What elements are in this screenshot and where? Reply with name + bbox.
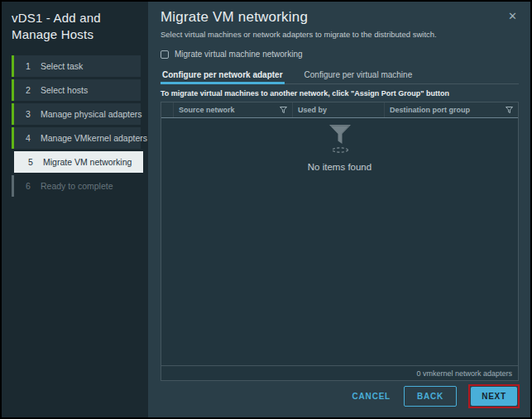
step-label: Select hosts [41, 85, 88, 95]
filter-icon[interactable] [280, 107, 287, 113]
grid-header-row: Source network Used by Destination port … [161, 102, 518, 118]
step-number: 2 [22, 85, 35, 95]
filter-icon[interactable] [506, 107, 513, 113]
grid-body: No items found [161, 118, 518, 365]
step-label: Manage physical adapters [41, 109, 142, 119]
step-ready-to-complete: 6 Ready to complete [12, 175, 141, 197]
step-label: Manage VMkernel adapters [41, 133, 147, 143]
empty-state-text: No items found [308, 162, 371, 172]
back-button[interactable]: BACK [404, 386, 457, 407]
step-select-hosts[interactable]: 2 Select hosts [12, 79, 141, 101]
step-manage-vmkernel-adapters[interactable]: 4 Manage VMkernel adapters [12, 127, 141, 149]
wizard-steps: 1 Select task 2 Select hosts 3 Manage ph… [12, 55, 148, 197]
step-number: 1 [22, 61, 35, 71]
column-header-used-by[interactable]: Used by [293, 102, 385, 117]
step-content-panel: Migrate VM networking ✕ Select virtual m… [148, 2, 530, 417]
step-manage-physical-adapters[interactable]: 3 Manage physical adapters [12, 103, 141, 125]
grid-selection-column-header [161, 102, 174, 117]
column-header-destination-port-group[interactable]: Destination port group [385, 102, 518, 117]
tab-configure-per-network-adapter[interactable]: Configure per network adapter [161, 69, 285, 83]
step-migrate-vm-networking[interactable]: 5 Migrate VM networking [14, 151, 143, 173]
column-header-source-network[interactable]: Source network [174, 102, 293, 117]
step-label: Migrate VM networking [43, 157, 132, 167]
cancel-button[interactable]: CANCEL [352, 392, 391, 401]
migrate-vm-networking-checkbox[interactable] [161, 50, 169, 59]
next-button[interactable]: NEXT [471, 387, 517, 406]
wizard-sidebar: vDS1 - Add and Manage Hosts 1 Select tas… [2, 2, 148, 417]
step-label: Select task [41, 61, 83, 71]
add-and-manage-hosts-wizard: vDS1 - Add and Manage Hosts 1 Select tas… [2, 2, 530, 417]
grid-empty-state: No items found [161, 124, 518, 172]
step-number: 3 [22, 109, 35, 119]
wizard-title: vDS1 - Add and Manage Hosts [12, 10, 137, 42]
page-subtitle: Select virtual machines or network adapt… [161, 30, 519, 39]
checkbox-label: Migrate virtual machine networking [175, 50, 303, 59]
step-number: 6 [22, 181, 35, 191]
grid-footer: 0 vmkernel network adapters [161, 365, 518, 380]
close-icon[interactable]: ✕ [508, 11, 517, 21]
page-title: Migrate VM networking [161, 9, 519, 26]
configure-tabs: Configure per network adapter Configure … [161, 69, 519, 84]
step-number: 4 [22, 133, 35, 143]
migrate-vm-networking-checkbox-row[interactable]: Migrate virtual machine networking [161, 50, 519, 59]
step-number: 5 [24, 157, 37, 167]
step-select-task[interactable]: 1 Select task [12, 55, 141, 77]
assign-port-group-note: To migrate virtual machines to another n… [161, 89, 519, 98]
network-adapters-grid: Source network Used by Destination port … [161, 102, 519, 381]
next-button-highlight-annotation: NEXT [468, 384, 520, 408]
step-label: Ready to complete [41, 181, 113, 191]
empty-funnel-icon [326, 124, 354, 153]
grid-item-count: 0 vmkernel network adapters [416, 369, 512, 378]
tab-configure-per-virtual-machine[interactable]: Configure per virtual machine [303, 69, 415, 83]
wizard-actions: CANCEL BACK NEXT [352, 384, 520, 408]
